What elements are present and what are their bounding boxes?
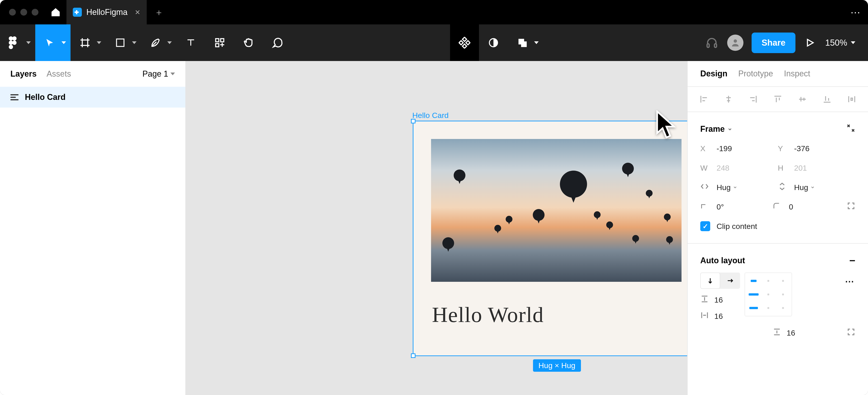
- rectangle-icon: [115, 38, 125, 48]
- prototype-tab[interactable]: Prototype: [738, 69, 773, 78]
- padding-h-value[interactable]: 16: [714, 312, 723, 321]
- move-tool-button[interactable]: [35, 24, 70, 61]
- rotation-icon: [700, 202, 717, 211]
- shape-tool-button[interactable]: [106, 24, 141, 61]
- spacing-value[interactable]: 16: [714, 296, 723, 304]
- alignment-controls: [688, 87, 868, 112]
- w-value[interactable]: 248: [717, 164, 730, 172]
- balloon-icon: [606, 222, 613, 228]
- new-tab-button[interactable]: ＋: [147, 0, 171, 24]
- inspect-tab[interactable]: Inspect: [784, 69, 810, 78]
- user-avatar[interactable]: [727, 35, 743, 51]
- balloon-icon: [506, 216, 513, 223]
- svg-rect-5: [117, 39, 124, 46]
- plugin-button[interactable]: [450, 24, 479, 61]
- rotation-value[interactable]: 0°: [717, 202, 724, 211]
- selection-label[interactable]: Hello Card: [412, 111, 449, 120]
- padding-h-icon: [700, 311, 709, 321]
- layer-name: Hello Card: [25, 92, 66, 102]
- frame-section-title: Frame: [700, 124, 725, 134]
- direction-horizontal-button[interactable]: [720, 272, 740, 289]
- assets-tab[interactable]: Assets: [46, 69, 71, 79]
- close-window-icon[interactable]: [9, 9, 16, 15]
- contrast-button[interactable]: [479, 24, 508, 61]
- svg-rect-16: [707, 44, 709, 47]
- clip-content-checkbox[interactable]: ✓: [700, 221, 710, 231]
- align-hcenter-icon[interactable]: [723, 94, 734, 105]
- direction-vertical-button[interactable]: [700, 272, 720, 289]
- frame-tool-button[interactable]: [70, 24, 106, 61]
- x-value[interactable]: -199: [717, 144, 732, 153]
- vresize-icon: [778, 182, 794, 193]
- independent-padding-icon[interactable]: [847, 328, 855, 338]
- spacing-icon: [700, 295, 709, 305]
- vresize-value[interactable]: Hug: [794, 183, 808, 192]
- padding-v-value[interactable]: 16: [786, 329, 795, 337]
- tab-close-button[interactable]: ✕: [135, 8, 141, 16]
- cursor-icon: [45, 38, 55, 48]
- home-button[interactable]: [45, 0, 66, 24]
- autolayout-section: Auto layout − 16: [688, 243, 868, 350]
- boolean-ops-button[interactable]: [508, 24, 543, 61]
- resize-handle-tl[interactable]: [411, 119, 415, 123]
- share-button[interactable]: Share: [752, 33, 796, 53]
- design-tab[interactable]: Design: [700, 69, 727, 78]
- document-tab[interactable]: HelloFigma ✕: [66, 0, 147, 24]
- zoom-control[interactable]: 150%: [821, 38, 864, 48]
- alignment-grid[interactable]: [745, 272, 792, 316]
- card-image: [431, 139, 682, 282]
- layer-row[interactable]: Hello Card: [0, 87, 185, 107]
- layers-tab[interactable]: Layers: [10, 69, 37, 79]
- hand-icon: [243, 37, 254, 48]
- resize-handle-bl[interactable]: [411, 354, 415, 358]
- resize-to-fit-icon[interactable]: [846, 124, 855, 135]
- pen-tool-button[interactable]: [141, 24, 176, 61]
- minimize-window-icon[interactable]: [20, 9, 27, 15]
- contrast-icon: [488, 37, 499, 48]
- align-left-icon[interactable]: [699, 94, 709, 105]
- balloon-icon: [622, 163, 634, 174]
- svg-rect-10: [462, 44, 466, 48]
- chevron-down-icon[interactable]: [733, 185, 737, 190]
- hresize-icon: [700, 182, 717, 193]
- chevron-down-icon[interactable]: [727, 124, 733, 134]
- resources-icon: [214, 37, 225, 48]
- tab-title: HelloFigma: [86, 7, 127, 17]
- comment-tool-button[interactable]: [263, 24, 292, 61]
- balloon-icon: [442, 237, 454, 249]
- hresize-value[interactable]: Hug: [717, 183, 731, 192]
- independent-corners-icon[interactable]: [847, 202, 855, 212]
- align-right-icon[interactable]: [748, 94, 758, 105]
- y-value[interactable]: -376: [794, 144, 809, 153]
- resources-button[interactable]: [205, 24, 234, 61]
- dimension-badge: Hug × Hug: [533, 359, 581, 372]
- autolayout-more-button[interactable]: ⋯: [845, 276, 855, 287]
- hand-tool-button[interactable]: [234, 24, 263, 61]
- card-text: Hello World: [432, 302, 544, 327]
- app-menu-button[interactable]: ⋯: [844, 0, 868, 24]
- selected-frame[interactable]: Hello World: [413, 121, 687, 356]
- distribute-icon[interactable]: [846, 94, 857, 105]
- canvas[interactable]: Hello Card: [186, 61, 687, 395]
- page-selector-label: Page 1: [143, 69, 168, 79]
- present-button[interactable]: [799, 38, 821, 48]
- chevron-down-icon[interactable]: [810, 185, 815, 190]
- cursor-icon: [655, 110, 677, 140]
- align-vcenter-icon[interactable]: [797, 94, 808, 105]
- remove-autolayout-button[interactable]: −: [849, 255, 855, 267]
- corner-radius-value[interactable]: 0: [789, 202, 793, 211]
- main-menu-button[interactable]: [0, 24, 35, 61]
- align-top-icon[interactable]: [772, 94, 783, 105]
- text-tool-button[interactable]: [176, 24, 205, 61]
- align-bottom-icon[interactable]: [822, 94, 833, 105]
- h-value[interactable]: 201: [794, 164, 807, 172]
- audio-button[interactable]: [701, 36, 723, 49]
- union-icon: [517, 37, 528, 48]
- balloon-icon: [454, 169, 465, 181]
- w-label: W: [700, 164, 717, 172]
- maximize-window-icon[interactable]: [32, 9, 38, 15]
- toolbar: Share 150%: [0, 24, 868, 61]
- page-selector[interactable]: Page 1: [143, 69, 175, 79]
- h-label: H: [778, 164, 794, 172]
- text-icon: [186, 38, 196, 48]
